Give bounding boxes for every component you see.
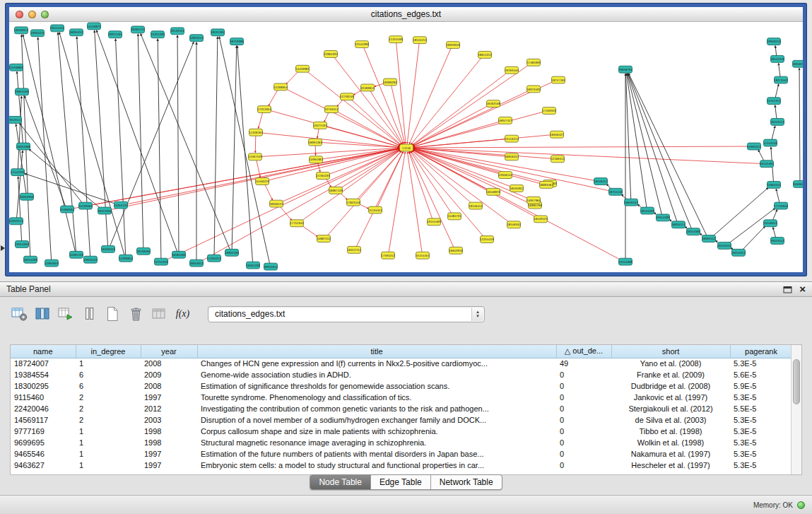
network-node[interactable]: 20134554 bbox=[717, 242, 731, 249]
network-node[interactable]: 12160412 bbox=[551, 156, 565, 163]
import-table-icon[interactable] bbox=[58, 306, 74, 322]
network-edge[interactable] bbox=[90, 148, 399, 205]
network-node[interactable]: 15054133 bbox=[114, 201, 128, 209]
zoom-window-icon[interactable] bbox=[41, 11, 49, 18]
network-edge[interactable] bbox=[411, 57, 482, 145]
network-node[interactable]: 20465112 bbox=[131, 26, 145, 33]
network-edge[interactable] bbox=[320, 148, 399, 160]
network-node[interactable]: 17485093 bbox=[526, 59, 541, 66]
network-node[interactable]: 12208654 bbox=[273, 83, 288, 90]
network-node[interactable]: 20154412 bbox=[50, 25, 64, 32]
new-file-icon[interactable] bbox=[105, 306, 121, 322]
network-node[interactable]: 20312056 bbox=[98, 207, 112, 214]
network-node[interactable]: 11254430 bbox=[389, 36, 403, 43]
table-row[interactable]: 1872400712008Changes of HCN gene express… bbox=[11, 358, 792, 369]
network-edge[interactable] bbox=[413, 150, 622, 261]
tab-edge-table[interactable]: Edge Table bbox=[371, 475, 431, 489]
network-edge[interactable] bbox=[260, 133, 399, 148]
network-edge[interactable] bbox=[412, 64, 530, 146]
network-node[interactable]: 16453112 bbox=[770, 118, 784, 125]
network-node[interactable]: 12043115 bbox=[9, 218, 23, 225]
network-edge[interactable] bbox=[772, 126, 775, 140]
network-canvas[interactable]: 1854521216959010186142121976344510973433… bbox=[9, 22, 803, 272]
float-panel-icon[interactable] bbox=[783, 286, 792, 293]
network-node[interactable]: 15905133 bbox=[69, 251, 83, 258]
network-node[interactable]: 12254419 bbox=[480, 236, 494, 243]
network-node[interactable]: 16034111 bbox=[671, 221, 686, 228]
network-edge[interactable] bbox=[772, 209, 777, 221]
network-node[interactable]: 19648794 bbox=[618, 66, 632, 73]
network-edge[interactable] bbox=[110, 42, 194, 246]
network-edge[interactable] bbox=[158, 39, 161, 259]
network-edge[interactable] bbox=[77, 37, 90, 257]
panel-collapse-arrow[interactable] bbox=[1, 245, 5, 251]
network-edge[interactable] bbox=[177, 35, 179, 252]
network-node[interactable]: 16591230 bbox=[246, 262, 260, 269]
network-node[interactable]: 18300295 bbox=[383, 78, 397, 86]
delete-table-icon[interactable] bbox=[128, 306, 144, 322]
table-row[interactable]: 911546021997Tourette syndrome. Phenomeno… bbox=[11, 392, 792, 403]
network-edge[interactable] bbox=[18, 177, 22, 242]
network-edge[interactable] bbox=[779, 63, 780, 77]
row-details-icon[interactable] bbox=[81, 306, 98, 322]
table-row[interactable]: 1830029562008Estimation of significance … bbox=[11, 380, 792, 392]
network-node[interactable]: 16546870 bbox=[486, 188, 500, 195]
table-row[interactable]: 946362711997Embryonic stem cells: a mode… bbox=[11, 460, 792, 471]
network-edge[interactable] bbox=[799, 68, 800, 181]
network-edge[interactable] bbox=[59, 33, 124, 256]
network-edge[interactable] bbox=[232, 46, 237, 250]
network-node[interactable]: 16047427 bbox=[498, 117, 512, 124]
network-node[interactable]: 16320453 bbox=[101, 245, 115, 252]
close-window-icon[interactable] bbox=[16, 11, 23, 18]
network-edge[interactable] bbox=[712, 187, 769, 237]
network-node[interactable]: 12458803 bbox=[9, 64, 23, 71]
network-edge[interactable] bbox=[389, 152, 405, 253]
network-node[interactable]: 25260504 bbox=[60, 206, 74, 213]
network-edge[interactable] bbox=[327, 149, 400, 175]
network-node[interactable]: 15154451 bbox=[416, 252, 430, 259]
network-node[interactable]: 15440219 bbox=[255, 178, 269, 185]
network-node[interactable]: 22046142 bbox=[498, 172, 512, 179]
network-node[interactable]: 14390654 bbox=[119, 255, 133, 262]
network-node[interactable]: 20943012 bbox=[189, 259, 204, 267]
network-node[interactable]: 19554209 bbox=[656, 214, 670, 221]
network-edge[interactable] bbox=[324, 112, 329, 122]
network-node[interactable]: 14155312 bbox=[767, 98, 781, 105]
network-edge[interactable] bbox=[407, 152, 422, 252]
network-node[interactable]: 19975431 bbox=[108, 31, 122, 38]
network-edge[interactable] bbox=[377, 151, 404, 207]
network-node[interactable]: 22400614 bbox=[360, 84, 375, 91]
network-edge[interactable] bbox=[286, 71, 300, 84]
network-edge[interactable] bbox=[25, 173, 117, 204]
network-node[interactable]: 19763445 bbox=[505, 66, 519, 74]
network-edge[interactable] bbox=[758, 150, 765, 162]
network-edge[interactable] bbox=[269, 89, 278, 106]
network-node[interactable]: 15485731 bbox=[447, 213, 461, 220]
network-node[interactable]: 19053122 bbox=[83, 256, 98, 263]
network-node[interactable]: 22064331 bbox=[324, 51, 338, 58]
network-edge[interactable] bbox=[96, 30, 177, 252]
network-node[interactable]: 20945012 bbox=[264, 263, 278, 270]
network-node[interactable]: 19254300 bbox=[686, 228, 700, 235]
network-node[interactable]: 16542310 bbox=[770, 55, 784, 62]
network-node[interactable]: 18130564 bbox=[136, 247, 151, 255]
network-node[interactable]: 18093467 bbox=[539, 181, 553, 188]
network-node[interactable]: 20650950 bbox=[20, 193, 34, 200]
network-edge[interactable] bbox=[58, 33, 76, 252]
network-edge[interactable] bbox=[625, 74, 630, 199]
network-node[interactable]: 19245012 bbox=[731, 249, 746, 256]
table-row[interactable]: 969969511998Structural magnetic resonanc… bbox=[11, 437, 792, 448]
network-edge[interactable] bbox=[370, 90, 402, 144]
network-node[interactable]: 12004554 bbox=[767, 181, 781, 188]
network-node[interactable]: 16093412 bbox=[702, 235, 716, 243]
table-row[interactable]: 2242004622012Investigating the contribut… bbox=[11, 403, 792, 414]
network-node[interactable]: 94636270 bbox=[793, 180, 803, 187]
table-mode-icon[interactable] bbox=[11, 306, 28, 322]
column-header-name[interactable]: name bbox=[11, 345, 76, 358]
column-header-title[interactable]: title bbox=[197, 345, 556, 358]
network-node[interactable]: 18273442 bbox=[774, 76, 788, 83]
network-node[interactable]: 16125463 bbox=[760, 160, 774, 168]
network-node[interactable]: 18531204 bbox=[211, 29, 225, 36]
network-edge[interactable] bbox=[413, 149, 512, 187]
network-node[interactable]: 18757105 bbox=[551, 76, 565, 83]
